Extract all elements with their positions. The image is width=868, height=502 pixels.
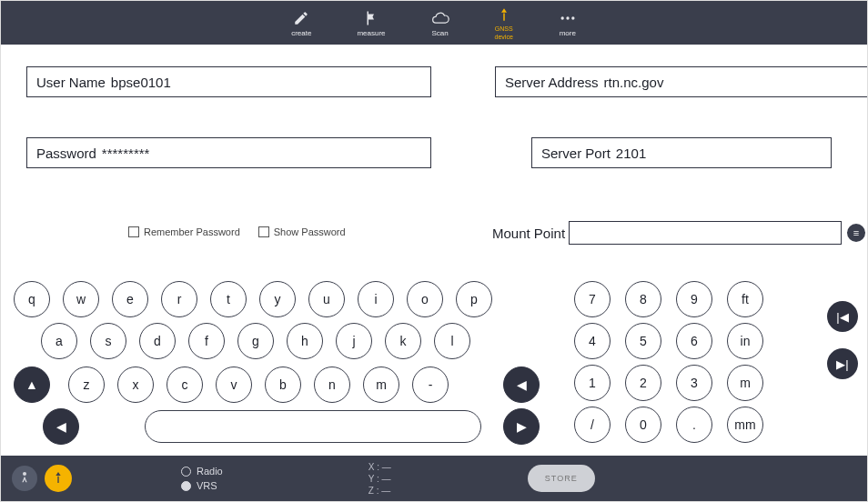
mount-point-label: Mount Point bbox=[492, 226, 565, 241]
key-y[interactable]: y bbox=[259, 281, 296, 317]
store-label: STORE bbox=[545, 474, 578, 483]
key-8[interactable]: 8 bbox=[625, 281, 661, 317]
key-9[interactable]: 9 bbox=[676, 281, 712, 317]
key-ft[interactable]: ft bbox=[727, 281, 763, 317]
key-g[interactable]: g bbox=[237, 323, 274, 359]
key-p[interactable]: p bbox=[456, 281, 492, 317]
nav-scan[interactable]: Scan bbox=[431, 9, 449, 37]
key-4[interactable]: 4 bbox=[574, 323, 611, 359]
key-7[interactable]: 7 bbox=[574, 281, 611, 317]
mount-point-input[interactable] bbox=[569, 221, 842, 245]
space-key[interactable] bbox=[145, 410, 481, 443]
key-1[interactable]: 1 bbox=[574, 365, 611, 401]
remember-password-label: Remember Password bbox=[144, 226, 240, 237]
key-6[interactable]: 6 bbox=[676, 323, 712, 359]
store-button[interactable]: STORE bbox=[528, 465, 595, 492]
server-port-field[interactable]: Server Port 2101 bbox=[531, 137, 832, 168]
person-icon bbox=[17, 470, 32, 487]
key-i[interactable]: i bbox=[358, 281, 394, 317]
backspace-key[interactable]: ◀ bbox=[503, 366, 540, 403]
key--[interactable]: - bbox=[412, 366, 449, 403]
pole-height-button[interactable] bbox=[12, 466, 37, 491]
key-m[interactable]: m bbox=[363, 366, 399, 403]
connection-form: User Name bpse0101 Server Address rtn.nc… bbox=[1, 45, 867, 272]
key-j[interactable]: j bbox=[336, 323, 372, 359]
status-bar: Radio VRS X : — Y : — Z : — STORE bbox=[1, 456, 867, 501]
key-u[interactable]: u bbox=[308, 281, 345, 317]
key-v[interactable]: v bbox=[216, 366, 252, 403]
key-3[interactable]: 3 bbox=[676, 365, 712, 401]
nav-gnss[interactable]: GNSS device bbox=[495, 5, 513, 40]
key-in[interactable]: in bbox=[727, 323, 763, 359]
dots-icon bbox=[559, 9, 577, 27]
username-label: User Name bbox=[36, 75, 106, 90]
key-a[interactable]: a bbox=[41, 323, 77, 359]
svg-point-1 bbox=[566, 16, 569, 19]
username-field[interactable]: User Name bpse0101 bbox=[26, 66, 431, 97]
key-r[interactable]: r bbox=[161, 281, 197, 317]
nav-measure[interactable]: measure bbox=[357, 9, 385, 37]
key-w[interactable]: w bbox=[63, 281, 99, 317]
server-port-value: 2101 bbox=[616, 146, 822, 161]
key-x[interactable]: x bbox=[117, 366, 154, 403]
key-q[interactable]: q bbox=[14, 281, 50, 317]
key-c[interactable]: c bbox=[167, 366, 203, 403]
svg-point-0 bbox=[560, 16, 563, 19]
cursor-left-key[interactable]: ◀ bbox=[43, 408, 79, 445]
key-d[interactable]: d bbox=[139, 323, 176, 359]
key-n[interactable]: n bbox=[314, 366, 350, 403]
antenna-icon bbox=[51, 470, 66, 487]
nav-gnss-sub: device bbox=[495, 34, 513, 40]
mount-point-fetch-button[interactable]: ≡ bbox=[847, 224, 865, 242]
cursor-right-key[interactable]: ▶ bbox=[503, 408, 540, 445]
remember-password-checkbox[interactable]: Remember Password bbox=[128, 226, 240, 237]
nav-more-label: more bbox=[560, 29, 576, 37]
key-5[interactable]: 5 bbox=[625, 323, 661, 359]
key-e[interactable]: e bbox=[112, 281, 148, 317]
show-password-checkbox[interactable]: Show Password bbox=[258, 226, 346, 237]
list-icon: ≡ bbox=[853, 227, 859, 238]
radio-option-vrs[interactable]: VRS bbox=[181, 480, 223, 491]
shift-key[interactable]: ▲ bbox=[14, 366, 50, 403]
password-field[interactable]: Password ********* bbox=[26, 137, 431, 168]
username-value: bpse0101 bbox=[111, 75, 421, 90]
key-t[interactable]: t bbox=[210, 281, 247, 317]
key-f[interactable]: f bbox=[188, 323, 225, 359]
key-.[interactable]: . bbox=[676, 407, 712, 443]
arrow-left-icon: ◀ bbox=[56, 419, 66, 434]
nav-create[interactable]: create bbox=[291, 9, 311, 37]
key-b[interactable]: b bbox=[265, 366, 301, 403]
page-next-button[interactable]: ▶| bbox=[827, 348, 858, 379]
key-z[interactable]: z bbox=[68, 366, 105, 403]
arrow-up-icon: ▲ bbox=[25, 377, 38, 392]
key-k[interactable]: k bbox=[385, 323, 421, 359]
key-mm[interactable]: mm bbox=[727, 407, 763, 443]
skip-forward-icon: ▶| bbox=[836, 357, 848, 371]
show-password-label: Show Password bbox=[274, 226, 346, 237]
key-s[interactable]: s bbox=[90, 323, 126, 359]
gnss-status-button[interactable] bbox=[45, 465, 72, 492]
nav-gnss-label: GNSS bbox=[495, 25, 513, 32]
key-l[interactable]: l bbox=[434, 323, 470, 359]
on-screen-keyboard: ▲ ◀ ◀ ▶ qwertyuiopasdfghjklzxcvbnm-789ft… bbox=[1, 277, 867, 448]
coord-z: Z : — bbox=[368, 486, 391, 496]
checkbox-icon bbox=[128, 226, 139, 237]
key-o[interactable]: o bbox=[407, 281, 443, 317]
backspace-icon: ◀ bbox=[517, 377, 527, 392]
nav-more[interactable]: more bbox=[559, 9, 577, 37]
svg-point-3 bbox=[23, 472, 26, 476]
top-nav: create measure Scan GNSS device more bbox=[1, 1, 867, 45]
key-/[interactable]: / bbox=[574, 407, 611, 443]
checkbox-icon bbox=[258, 226, 269, 237]
nav-scan-label: Scan bbox=[431, 29, 448, 37]
correction-mode-radios: Radio VRS bbox=[181, 466, 223, 491]
radio-option-radio[interactable]: Radio bbox=[181, 466, 223, 477]
mount-point-row: Mount Point ≡ bbox=[492, 221, 865, 245]
nav-measure-label: measure bbox=[357, 29, 385, 37]
key-m[interactable]: m bbox=[727, 365, 763, 401]
page-prev-button[interactable]: |◀ bbox=[827, 301, 858, 332]
key-0[interactable]: 0 bbox=[625, 407, 661, 443]
key-2[interactable]: 2 bbox=[625, 365, 661, 401]
key-h[interactable]: h bbox=[287, 323, 323, 359]
server-address-field[interactable]: Server Address rtn.nc.gov bbox=[495, 66, 868, 97]
